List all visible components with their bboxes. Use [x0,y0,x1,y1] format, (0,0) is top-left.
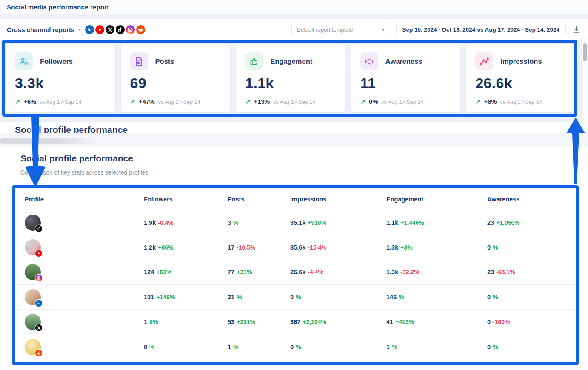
profile-avatar-linkedin[interactable]: in [25,289,41,305]
metric-change: +3% [400,244,412,251]
cross-channel-reports-label[interactable]: Cross channel reports [7,26,74,33]
kpi-cards-row: Followers 3.3k ↗ +6% vs Aug 17-Sep 14 Po… [6,44,576,112]
metric-value: 23 [487,219,494,226]
column-header-followers[interactable]: Followers↓ [144,196,228,203]
reddit-icon[interactable] [136,25,145,34]
metric-value: 21 [228,294,234,301]
kpi-change: +8% [484,98,497,105]
kpi-card-followers[interactable]: Followers 3.3k ↗ +6% vs Aug 17-Sep 14 [6,44,115,112]
metric-value: 41 [386,318,393,325]
kpi-compare-label: vs Aug 17-Sep 14 [273,99,315,105]
metric-change: % [493,244,498,251]
scatter-network-icon [475,52,493,70]
table-row-tiktok[interactable]: 1.9k-0.4%3%35.1k+918%1.1k+1,446%23+1,050… [15,210,576,235]
metric-value: 3 [228,219,231,226]
metric-value: 124 [144,269,154,275]
metric-value: 23 [487,269,494,275]
sort-descending-icon: ↓ [176,196,179,203]
megaphone-icon [360,52,378,70]
profile-avatar-instagram[interactable] [25,264,41,280]
report-title: Social media performance report [7,3,109,11]
profile-avatar-youtube[interactable] [25,239,41,255]
metric-value: 1.3k [386,244,398,251]
tiktok-icon [35,225,42,232]
kpi-change: +13% [254,98,270,105]
kpi-value: 26.6k [475,75,566,92]
metric-change: +918% [308,219,326,226]
chevron-down-icon[interactable]: ▾ [78,26,81,32]
scrollbar-track[interactable] [581,38,588,131]
toolbar-right: Default report template ▾ Sep 15, 2024 -… [291,22,581,37]
table-body: 1.9k-0.4%3%35.1k+918%1.1k+1,446%23+1,050… [15,210,576,359]
date-range-value: Sep 15, 2024 - Oct 13, 2024 vs Aug 17, 2… [402,26,559,33]
table-row-youtube[interactable]: 1.2k+86%17-10.5%35.6k-15.4%1.3k+3%0% [15,235,576,260]
profile-avatar-x[interactable] [25,314,41,330]
kpi-value: 69 [130,75,221,92]
table-row-instagram[interactable]: 124+61%77+31%26.6k-4.4%1.3k-32.2%23-68.1… [15,260,576,285]
metric-change: +2,194% [303,318,326,325]
instagram-icon[interactable] [126,25,135,34]
metric-value: 101 [144,294,154,301]
metric-change: -32.2% [400,269,419,275]
metric-value: 146 [386,294,397,301]
metric-change: +86% [158,244,173,251]
profile-avatar-reddit[interactable] [25,339,41,355]
metric-change: % [149,344,154,350]
top-title-bar: Social media performance report [0,0,588,14]
metric-value: 17 [228,244,234,251]
linkedin-icon[interactable]: in [85,25,94,34]
report-template-select[interactable]: Default report template ▾ [291,22,390,37]
metric-value: 1.3k [386,269,398,275]
table-row-reddit[interactable]: 0%1%0%1%0% [15,334,576,359]
metric-change: +146% [156,294,175,301]
column-header-profile[interactable]: Profile [25,196,144,203]
kpi-change: +47% [139,98,155,105]
metric-value: 1.9k [144,219,156,226]
column-header-awareness[interactable]: Awareness [487,196,576,203]
youtube-icon [35,250,42,257]
date-range-picker[interactable]: Sep 15, 2024 - Oct 13, 2024 vs Aug 17, 2… [396,22,566,37]
annotation-box-profile-table: ProfileFollowers↓PostsImpressionsEngagem… [12,185,579,365]
blurred-text-strip [0,138,99,144]
table-row-x[interactable]: 10%53+231%367+2,194%41+413%0-100% [15,310,576,334]
metric-change: % [392,344,397,350]
kpi-card-impressions[interactable]: Impressions 26.6k ↗ +8% vs Aug 17-Sep 14 [466,44,576,112]
trend-up-arrow-icon: ↗ [360,98,366,106]
toolbar: Cross channel reports ▾ in Default repor… [0,19,588,40]
kpi-card-engagement[interactable]: Engagement 1.1k ↗ +13% vs Aug 17-Sep 14 [236,44,345,112]
trend-up-arrow-icon: ↗ [130,98,136,106]
kpi-compare-label: vs Aug 17-Sep 14 [158,99,200,105]
metric-change: % [296,294,301,301]
tiktok-icon[interactable] [116,25,125,34]
metric-change: +413% [395,318,414,325]
metric-value: 367 [290,318,300,325]
kpi-compare-label: vs Aug 17-Sep 14 [381,99,423,105]
kpi-card-awareness[interactable]: Awareness 11 ↗ 0% vs Aug 17-Sep 14 [351,44,461,112]
metric-value: 0 [487,318,491,325]
metric-change: -10.5% [237,244,255,251]
kpi-card-posts[interactable]: Posts 69 ↗ +47% vs Aug 17-Sep 14 [121,44,231,112]
column-header-impressions[interactable]: Impressions [290,196,386,203]
posts-icon [130,52,148,70]
kpi-value: 3.3k [15,75,106,92]
section-heading: Social profile performance [20,153,133,163]
metric-change: -15.4% [308,244,326,251]
x-icon[interactable] [106,25,114,34]
metric-value: 1 [144,318,147,325]
channel-icons: in [85,25,145,34]
metric-change: % [233,344,238,350]
metric-value: 77 [228,269,234,275]
metric-value: 26.6k [290,269,305,275]
kpi-change: 0% [369,98,378,105]
metric-value: 53 [228,318,234,325]
download-button[interactable] [572,25,581,34]
table-row-linkedin[interactable]: in101+146%21%0%146%0% [15,285,576,310]
metric-value: 0 [144,344,147,350]
column-header-engagement[interactable]: Engagement [386,196,487,203]
scrollbar-thumb[interactable] [583,43,587,61]
metric-change: % [399,294,404,301]
svg-text:in: in [37,301,40,304]
column-header-posts[interactable]: Posts [228,196,290,203]
youtube-icon[interactable] [95,25,104,34]
profile-avatar-tiktok[interactable] [25,215,41,231]
